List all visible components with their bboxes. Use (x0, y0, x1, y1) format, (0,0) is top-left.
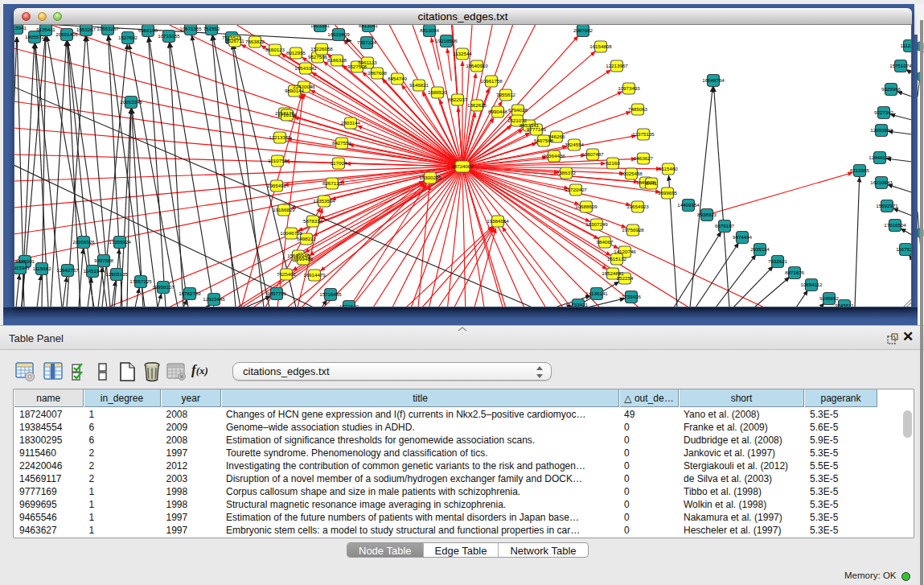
svg-text:2935114: 2935114 (750, 246, 770, 252)
svg-text:1733426: 1733426 (622, 294, 642, 299)
svg-text:18300295: 18300295 (419, 175, 441, 180)
svg-text:9857791: 9857791 (267, 290, 287, 296)
svg-text:12353594: 12353594 (313, 198, 335, 204)
svg-text:2803144: 2803144 (341, 120, 361, 126)
svg-text:9245652: 9245652 (819, 295, 840, 301)
svg-text:9463627: 9463627 (634, 155, 654, 161)
svg-text:9146821: 9146821 (409, 82, 429, 88)
svg-text:9699695: 9699695 (658, 190, 678, 196)
svg-text:8186328: 8186328 (327, 57, 347, 63)
svg-text:7955812: 7955812 (496, 92, 516, 97)
svg-text:12923445: 12923445 (203, 296, 225, 302)
svg-text:9777169: 9777169 (527, 126, 547, 132)
svg-text:2087682: 2087682 (573, 27, 593, 33)
svg-text:8441: 8441 (646, 180, 657, 186)
svg-text:7632621: 7632621 (768, 258, 788, 264)
svg-text:20364436: 20364436 (543, 153, 565, 159)
svg-text:1527602: 1527602 (118, 35, 138, 40)
svg-text:7663822: 7663822 (245, 39, 265, 44)
svg-text:8471676: 8471676 (785, 270, 805, 275)
svg-text:17857225: 17857225 (129, 278, 152, 284)
svg-text:19384554: 19384554 (487, 218, 509, 224)
svg-text:16914479: 16914479 (303, 272, 326, 278)
svg-text:4335001: 4335001 (15, 258, 35, 264)
svg-text:10654112: 10654112 (800, 282, 823, 287)
svg-text:15226058: 15226058 (310, 46, 333, 51)
svg-text:9227342: 9227342 (874, 109, 894, 115)
svg-text:16648764: 16648764 (702, 77, 725, 83)
svg-text:3824554: 3824554 (565, 142, 585, 147)
svg-text:14136141: 14136141 (585, 290, 608, 296)
svg-text:8813054: 8813054 (420, 27, 440, 33)
svg-text:6679197: 6679197 (715, 223, 735, 229)
svg-text:8938923: 8938923 (697, 212, 717, 217)
svg-text:15716485: 15716485 (319, 291, 342, 297)
svg-text:12444195: 12444195 (869, 154, 891, 160)
svg-text:1588520: 1588520 (428, 89, 448, 95)
svg-text:1112344: 1112344 (900, 43, 912, 48)
svg-text:1405572: 1405572 (25, 34, 45, 39)
svg-text:14120746: 14120746 (614, 249, 636, 254)
svg-text:10025458: 10025458 (620, 171, 643, 176)
svg-text:5878334: 5878334 (303, 218, 323, 224)
svg-text:12213369: 12213369 (269, 134, 291, 140)
svg-text:9329966: 9329966 (881, 86, 901, 92)
svg-text:6498222: 6498222 (297, 236, 317, 241)
svg-text:1915941: 1915941 (14, 25, 27, 31)
svg-text:1603381: 1603381 (310, 25, 331, 28)
svg-text:1167533: 1167533 (896, 246, 912, 252)
svg-text:10961758: 10961758 (480, 78, 503, 84)
svg-text:15751074: 15751074 (889, 63, 912, 68)
svg-text:16154808: 16154808 (589, 43, 612, 49)
svg-text:1115682: 1115682 (32, 266, 51, 271)
svg-text:9115460: 9115460 (659, 166, 678, 171)
svg-text:20206526: 20206526 (72, 239, 95, 245)
svg-text:16210643: 16210643 (870, 179, 893, 185)
svg-text:19218506: 19218506 (435, 38, 458, 43)
svg-text:1615132: 1615132 (607, 256, 627, 262)
svg-text:19654923: 19654923 (626, 204, 649, 209)
svg-text:1010755: 1010755 (268, 158, 288, 163)
svg-text:10046798: 10046798 (280, 230, 302, 236)
svg-text:7357224: 7357224 (357, 39, 377, 45)
svg-text:10973493: 10973493 (618, 85, 640, 91)
svg-text:8267130: 8267130 (322, 180, 343, 186)
svg-text:8427552: 8427552 (332, 140, 352, 146)
svg-text:8813041: 8813041 (359, 25, 379, 28)
svg-text:18724007: 18724007 (451, 163, 474, 169)
svg-text:252254: 252254 (617, 275, 634, 281)
svg-text:8822037: 8822037 (448, 97, 468, 102)
svg-text:14409354: 14409354 (677, 202, 700, 208)
svg-text:5461123: 5461123 (358, 60, 377, 65)
svg-text:19756928: 19756928 (622, 227, 644, 233)
svg-text:10688609: 10688609 (575, 204, 598, 209)
svg-text:20053346: 20053346 (120, 99, 142, 105)
svg-text:8990448: 8990448 (488, 109, 508, 114)
svg-text:20691406: 20691406 (55, 31, 78, 37)
svg-text:19166829: 19166829 (273, 207, 295, 212)
svg-text:1733421: 1733421 (569, 302, 589, 307)
svg-text:12942757: 12942757 (56, 267, 79, 273)
svg-text:15692971: 15692971 (876, 203, 898, 208)
svg-text:7485063: 7485063 (628, 106, 648, 112)
svg-text:8215955: 8215955 (850, 167, 870, 173)
svg-text:10671355: 10671355 (179, 26, 202, 31)
svg-text:1965492: 1965492 (267, 183, 287, 188)
svg-text:9527506: 9527506 (308, 54, 328, 60)
svg-text:317004: 317004 (331, 160, 347, 166)
svg-text:984067: 984067 (597, 239, 614, 245)
svg-text:9890144: 9890144 (285, 88, 305, 93)
svg-text:10807487: 10807487 (581, 151, 604, 157)
svg-text:16033809: 16033809 (327, 31, 350, 37)
svg-text:1145194: 1145194 (83, 268, 102, 274)
svg-text:7625402: 7625402 (277, 271, 297, 277)
svg-text:7386372: 7386372 (556, 170, 577, 175)
svg-text:2867608: 2867608 (368, 70, 388, 76)
svg-text:6099489: 6099489 (294, 256, 314, 262)
svg-text:6966160: 6966160 (138, 27, 158, 33)
svg-text:9397588: 9397588 (94, 257, 114, 263)
svg-text:9135411: 9135411 (36, 27, 55, 32)
svg-text:17016504: 17016504 (884, 222, 906, 228)
svg-text:16782759: 16782759 (179, 290, 201, 296)
svg-text:18307249: 18307249 (585, 221, 608, 227)
